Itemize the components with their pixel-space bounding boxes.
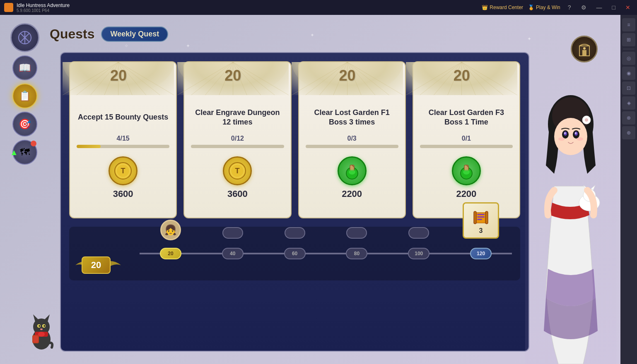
card-4-title: Clear Lost Garden F3 Boss 1 Time bbox=[420, 105, 513, 130]
card-1-progress-fill bbox=[77, 145, 101, 148]
card-4-reward-amount: 2200 bbox=[456, 189, 476, 199]
svg-point-42 bbox=[349, 170, 355, 175]
quest-card-2: 20 Clear Engrave Dungeon 12 times 0/12 T… bbox=[183, 61, 291, 218]
card-1-points: 20 bbox=[110, 67, 127, 84]
milestone-4[interactable]: 80 bbox=[326, 248, 388, 259]
quest-card-4: 20 Clear Lost Garden F3 Boss 1 Time 0/1 … bbox=[413, 61, 520, 218]
help-button[interactable]: ? bbox=[565, 3, 574, 12]
svg-point-82 bbox=[554, 118, 587, 155]
card-1-progress-bar bbox=[77, 145, 169, 148]
svg-rect-65 bbox=[582, 50, 586, 56]
milestone-3[interactable]: 60 bbox=[264, 248, 326, 259]
card-2-reward-icon: T bbox=[223, 156, 252, 185]
milestone-5-node: 100 bbox=[408, 248, 429, 259]
toolbar-btn-1[interactable]: ≡ bbox=[622, 18, 635, 31]
toolbar-btn-5[interactable]: ⊡ bbox=[622, 81, 635, 95]
character-figure bbox=[525, 74, 616, 364]
svg-text:T: T bbox=[121, 167, 125, 175]
main-panel: 20 Accept 15 Bounty Quests 4/15 T 3600 bbox=[60, 52, 529, 352]
toolbar-btn-6[interactable]: ◈ bbox=[622, 96, 635, 110]
reward-center-button[interactable]: 👑 Reward Center bbox=[482, 5, 523, 10]
svg-point-73 bbox=[39, 325, 40, 327]
card-2-reward-amount: 3600 bbox=[227, 189, 248, 199]
settings-button[interactable]: ⚙ bbox=[579, 3, 589, 12]
top-right-gate-button[interactable] bbox=[571, 36, 598, 62]
svg-point-75 bbox=[40, 328, 43, 330]
svg-rect-63 bbox=[477, 219, 482, 220]
toolbar-btn-7[interactable]: ⊗ bbox=[622, 111, 635, 125]
card-top-deco-3: 20 bbox=[292, 62, 403, 95]
titlebar-controls: 👑 Reward Center 🏅 Play & Win ? ⚙ — □ ✕ bbox=[482, 3, 633, 12]
svg-marker-69 bbox=[33, 314, 39, 322]
card-top-deco-1: 20 bbox=[63, 62, 174, 95]
close-button[interactable]: ✕ bbox=[623, 3, 633, 12]
svg-marker-70 bbox=[43, 314, 50, 322]
milestone-3-node: 60 bbox=[284, 248, 306, 259]
left-sidebar: 📖 📋 🎯 ▲ 🗺 bbox=[8, 23, 41, 165]
quest-cards-container: 20 Accept 15 Bounty Quests 4/15 T 3600 bbox=[69, 61, 520, 218]
card-4-points: 20 bbox=[454, 67, 470, 84]
svg-point-77 bbox=[38, 332, 45, 337]
card-3-reward-icon bbox=[338, 156, 367, 185]
card-4-progress-bar bbox=[420, 145, 513, 148]
milestone-1-node: 20 bbox=[160, 248, 181, 259]
toolbar-btn-4[interactable]: ◉ bbox=[622, 67, 635, 80]
card-4-progress: 0/1 bbox=[462, 135, 471, 142]
sidebar-icon-quest[interactable]: 📋 bbox=[12, 84, 37, 108]
milestone-4-top-node bbox=[346, 227, 367, 239]
svg-point-90 bbox=[577, 137, 583, 141]
milestone-1[interactable]: 👧 20 bbox=[140, 248, 202, 259]
milestone-2[interactable]: 40 bbox=[202, 248, 264, 259]
card-3-progress: 0/3 bbox=[347, 135, 357, 142]
card-1-title: Accept 15 Bounty Quests bbox=[78, 105, 168, 130]
reward-track-section: 20 👧 20 40 bbox=[69, 227, 520, 280]
card-1-reward-amount: 3600 bbox=[113, 189, 133, 199]
svg-point-92 bbox=[585, 118, 588, 122]
maximize-button[interactable]: □ bbox=[610, 3, 618, 12]
card-1-reward-icon: T bbox=[109, 156, 138, 185]
svg-rect-59 bbox=[474, 211, 476, 224]
weekly-quest-badge[interactable]: Weekly Quest bbox=[101, 26, 168, 42]
toolbar-btn-2[interactable]: ⊞ bbox=[622, 33, 635, 46]
minimize-button[interactable]: — bbox=[594, 3, 605, 12]
svg-point-74 bbox=[43, 325, 45, 327]
app-logo bbox=[4, 3, 13, 12]
card-1-progress: 4/15 bbox=[117, 135, 130, 142]
card-2-progress: 0/12 bbox=[231, 135, 244, 142]
item-popup: 3 bbox=[463, 202, 499, 239]
svg-text:T: T bbox=[235, 167, 240, 175]
milestone-4-node: 80 bbox=[346, 248, 367, 259]
card-4-reward-icon bbox=[452, 156, 481, 185]
upgrade-badge bbox=[31, 141, 36, 146]
game-area: ✦ ✦ ✦ ✦ ✧ ✦ ✧ 📖 📋 🎯 ▲ 🗺 bbox=[0, 15, 620, 364]
titlebar: Idle Huntress Adventure 5.9.600.1001 P64… bbox=[0, 0, 637, 15]
svg-rect-62 bbox=[477, 216, 485, 218]
page-header: Quests Weekly Quest bbox=[50, 26, 168, 42]
toolbar-btn-8[interactable]: ⊕ bbox=[622, 126, 635, 139]
svg-point-56 bbox=[463, 170, 470, 175]
play-win-button[interactable]: 🏅 Play & Win bbox=[528, 5, 560, 10]
score-value: 20 bbox=[82, 256, 111, 274]
svg-point-89 bbox=[558, 137, 565, 141]
card-top-deco-4: 20 bbox=[406, 62, 517, 95]
svg-point-87 bbox=[564, 132, 566, 134]
current-score-display: 20 bbox=[82, 256, 111, 274]
sidebar-icon-target[interactable]: 🎯 bbox=[12, 112, 37, 136]
card-3-progress-bar bbox=[306, 145, 398, 148]
milestone-5[interactable]: 100 bbox=[388, 248, 450, 259]
svg-point-66 bbox=[583, 47, 586, 50]
item-count: 3 bbox=[479, 227, 483, 235]
cat-character bbox=[25, 306, 58, 352]
milestone-2-top-node bbox=[222, 227, 243, 239]
card-3-points: 20 bbox=[339, 67, 355, 84]
milestone-6[interactable]: 3 120 bbox=[450, 248, 512, 259]
sidebar-icon-book[interactable]: 📖 bbox=[12, 55, 37, 80]
sidebar-icon-upgrade[interactable]: ▲ 🗺 bbox=[12, 140, 37, 165]
milestone-5-top-node bbox=[408, 227, 429, 239]
svg-rect-79 bbox=[33, 336, 38, 342]
card-2-title: Clear Engrave Dungeon 12 times bbox=[191, 105, 284, 130]
character-area bbox=[521, 30, 620, 364]
milestone-3-top-node bbox=[285, 227, 305, 239]
sidebar-icon-main[interactable] bbox=[10, 23, 39, 52]
toolbar-btn-3[interactable]: ◎ bbox=[622, 52, 635, 65]
